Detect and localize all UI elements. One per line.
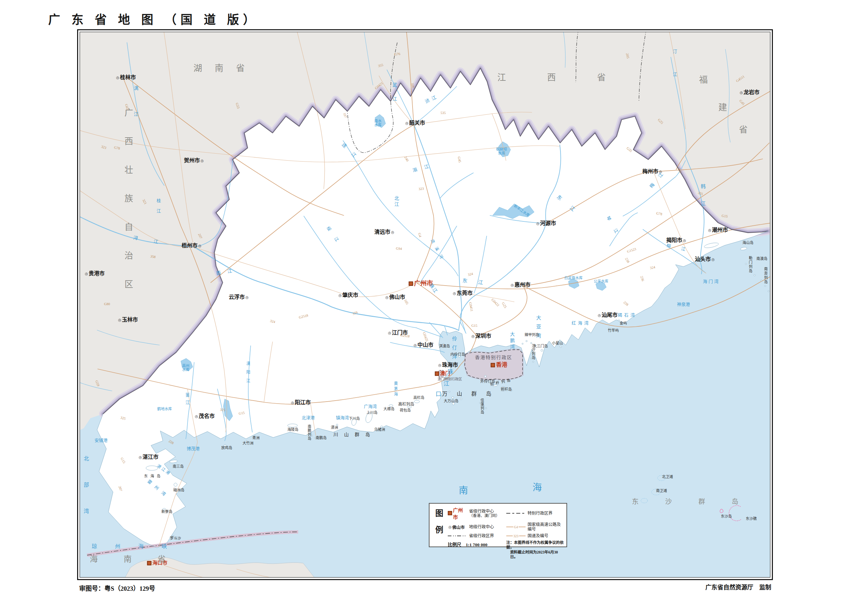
legend-row-city: ◎佛山市 地级行政中心 bbox=[448, 522, 504, 532]
city-marker-icon: ◎ bbox=[448, 525, 452, 529]
legend-row-prov-boundary: 省级行政区界 bbox=[448, 533, 504, 538]
legend-row-expressway: G4 国家级高速公路及编号 bbox=[506, 522, 564, 532]
sar-boundary-icon bbox=[506, 513, 525, 514]
legend-row-sar-boundary: 特别行政区界 bbox=[506, 506, 564, 520]
map-approval-number: 审图号：粤S（2023）129号 bbox=[79, 583, 155, 592]
legend-row-capital: 广州市 省级行政中心（香港、澳门同） bbox=[448, 506, 504, 520]
map-publisher: 广东省自然资源厅 监制 bbox=[705, 583, 771, 591]
legend-scale: 比例尺 1:1 700 000 bbox=[448, 541, 504, 559]
page: 广 东 省 地 图 （国 道 版） bbox=[0, 0, 851, 616]
macau-sar bbox=[439, 370, 444, 377]
legend-row-national-road: 323 国道及编号 bbox=[506, 533, 564, 538]
capital-marker-icon bbox=[448, 511, 452, 515]
legend-heading: 图例 bbox=[433, 509, 444, 544]
legend: 图例 广州市 省级行政中心（香港、澳门同） 特别行政区界 ◎佛山市 地级行政中心… bbox=[429, 503, 567, 547]
page-title: 广 东 省 地 图 （国 道 版） bbox=[48, 10, 259, 27]
map-canvas bbox=[77, 29, 773, 580]
map-frame: ◎桂林市贺州市◎梧州市◎◎贵港市◎玉林市云浮市◎◎韶关市清远市◎◎河源市梅州市◎… bbox=[77, 29, 773, 580]
legend-note: 注：本图界线不作为权属争议的依据，资料截止时间为2023年6月30日。 bbox=[506, 540, 564, 559]
expressway-line-icon: G4 bbox=[506, 525, 526, 529]
province-boundary-icon bbox=[448, 536, 466, 536]
national-road-line-icon: 323 bbox=[506, 534, 526, 538]
